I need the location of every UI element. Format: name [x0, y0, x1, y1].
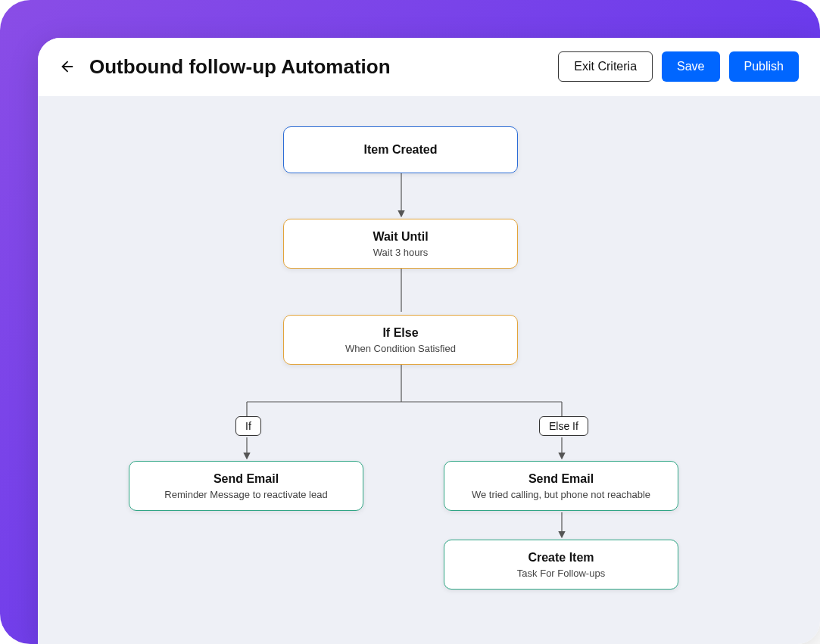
node-subtitle: Task For Follow-ups: [517, 568, 605, 579]
node-title: Send Email: [214, 472, 279, 486]
node-if-else[interactable]: If Else When Condition Satisfied: [283, 315, 518, 365]
canvas[interactable]: Item Created Wait Until Wait 3 hours If …: [38, 96, 820, 644]
node-subtitle: We tried calling, but phone not reachabl…: [472, 489, 650, 500]
branch-badge-else-if[interactable]: Else If: [539, 416, 588, 436]
connectors: [38, 96, 820, 644]
branch-badge-if[interactable]: If: [235, 416, 261, 436]
back-button[interactable]: [59, 58, 76, 75]
node-title: Item Created: [364, 143, 438, 157]
save-button[interactable]: Save: [662, 51, 719, 82]
outer-frame: Outbound follow-up Automation Exit Crite…: [0, 0, 820, 644]
arrow-left-icon: [59, 58, 76, 75]
node-send-email-if[interactable]: Send Email Reminder Message to reactivat…: [129, 461, 363, 511]
node-title: If Else: [382, 326, 418, 340]
node-wait-until[interactable]: Wait Until Wait 3 hours: [283, 219, 518, 269]
badge-label: If: [245, 420, 251, 432]
exit-criteria-button[interactable]: Exit Criteria: [558, 51, 653, 82]
node-create-item[interactable]: Create Item Task For Follow-ups: [444, 540, 678, 590]
node-subtitle: When Condition Satisfied: [345, 343, 456, 354]
node-send-email-elseif[interactable]: Send Email We tried calling, but phone n…: [444, 461, 678, 511]
header: Outbound follow-up Automation Exit Crite…: [38, 38, 820, 96]
node-trigger-item-created[interactable]: Item Created: [283, 126, 518, 173]
node-title: Send Email: [528, 472, 594, 486]
node-subtitle: Wait 3 hours: [373, 247, 429, 258]
badge-label: Else If: [549, 420, 578, 432]
publish-button[interactable]: Publish: [729, 51, 799, 82]
page-title: Outbound follow-up Automation: [89, 55, 558, 79]
node-title: Create Item: [528, 551, 594, 565]
app-card: Outbound follow-up Automation Exit Crite…: [38, 38, 820, 644]
node-title: Wait Until: [373, 230, 428, 244]
node-subtitle: Reminder Message to reactivate lead: [164, 489, 327, 500]
header-actions: Exit Criteria Save Publish: [558, 51, 799, 82]
